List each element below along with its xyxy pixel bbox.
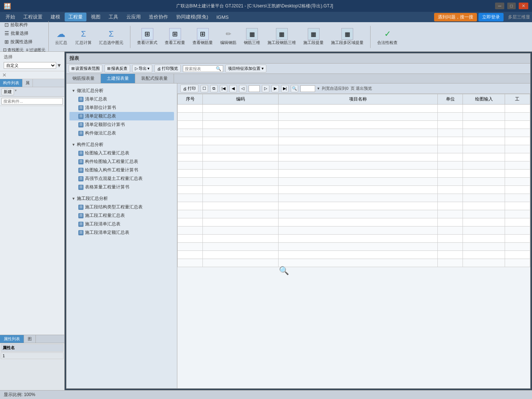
cloud-total-btn[interactable]: ☁ 云汇总 xyxy=(52,27,70,47)
prop-list-tab[interactable]: 属性列表 xyxy=(0,335,24,343)
search-input[interactable] xyxy=(1,98,63,105)
main-toolbar: ⊡ 拾取构件 ☰ 批量选择 ⊞ 按属性选择 ⊡ 查找图元 ≡ 过滤图元 ☁ 云汇… xyxy=(0,22,532,52)
nav-prev2-btn[interactable]: ◁ xyxy=(239,85,246,92)
print-btn[interactable]: 🖨 打印 xyxy=(180,85,198,92)
view-rebar-btn[interactable]: ⊞ 查看钢筋量 xyxy=(190,27,215,47)
nav-copy-icon[interactable]: ⧉ xyxy=(210,85,218,92)
tree-item-3-3[interactable]: 目 施工段清单汇总表 xyxy=(69,220,174,228)
tree-section-header-2[interactable]: ▼ 构件汇总分析 xyxy=(69,140,174,149)
table-row xyxy=(178,129,530,137)
menu-tools[interactable]: 工具 xyxy=(105,13,122,21)
nav-search-btn[interactable]: 🔍 xyxy=(291,85,298,92)
prop-row-num: 1 xyxy=(1,352,64,359)
bottom-properties: 属性列表 图 属性名 1 xyxy=(0,335,64,390)
prop-select-btn[interactable]: ⊞ 按属性选择 xyxy=(3,38,45,46)
tree-item-2-4[interactable]: 目 高强节点混凝土工程量汇总表 xyxy=(69,174,174,183)
zoom-suffix: ▾ xyxy=(317,86,320,91)
tree-item-1-4[interactable]: 目 清单定额部位计算书 xyxy=(69,120,174,129)
component-attr-tab[interactable]: 属 xyxy=(23,79,33,87)
tree-item-1-1[interactable]: 目 清单汇总表 xyxy=(69,95,174,103)
tree-section-1: ▼ 做法汇总分析 目 清单汇总表 目 清单部位计算书 目 清单定额汇总表 xyxy=(66,85,177,139)
new-component-btn[interactable]: 新建 xyxy=(1,88,14,95)
calc-selected-btn[interactable]: Σ 汇总选中图元 xyxy=(97,27,126,47)
new-dropdown-arrow[interactable]: ▾ xyxy=(15,88,17,95)
property-tabs: 属性列表 图 xyxy=(0,335,64,343)
tree-section-header-1[interactable]: ▼ 做法汇总分析 xyxy=(69,86,174,95)
tree-item-icon-1-1: 目 xyxy=(78,97,83,102)
tab-assembled[interactable]: 装配式报表量 xyxy=(135,74,174,83)
maximize-btn[interactable]: □ xyxy=(507,3,516,9)
menu-modeling[interactable]: 建模 xyxy=(47,13,64,21)
print-icon: 🖨 xyxy=(183,86,187,91)
tab-rebar[interactable]: 钢筋报表量 xyxy=(66,74,101,83)
export-btn[interactable]: ▷ 导出 ▾ xyxy=(132,65,152,72)
nav-next-btn[interactable]: ▶ xyxy=(272,85,279,92)
tab-civil[interactable]: 土建报表量 xyxy=(101,74,135,83)
nav-last-btn[interactable]: ▶| xyxy=(281,85,289,92)
seg-qty-btn[interactable]: ▦ 施工段提量 xyxy=(301,27,326,47)
menu-igms[interactable]: IGMS xyxy=(213,13,232,21)
title-text: 广联达BIM土建计量平台 GTJ2021 - [C:\Users\王凯娇\Des… xyxy=(14,3,495,9)
btn-search-problem[interactable]: 遇到问题，搜一搜 xyxy=(434,13,477,21)
nav-first-btn[interactable]: |◀ xyxy=(220,85,227,92)
prop-view-tab[interactable]: 图 xyxy=(24,335,36,343)
edit-rebar-btn[interactable]: ✏ 编辑钢筋 xyxy=(218,27,239,47)
title-bar: 🪟 广联达BIM土建计量平台 GTJ2021 - [C:\Users\王凯娇\D… xyxy=(0,0,532,12)
rebar-3d-btn[interactable]: ▦ 钢筋三维 xyxy=(242,27,262,47)
left-sidebar: 选择 自定义 ▾ ✕ 构件列表 属 新建 ▾ 属性 xyxy=(0,52,65,390)
validity-check-btn[interactable]: ✓ 合法性检查 xyxy=(375,27,400,47)
seg-rebar-3d-btn[interactable]: ▦ 施工段钢筋三维 xyxy=(265,27,298,47)
selection-dropdown-arrow[interactable]: ▾ xyxy=(58,62,61,69)
nav-new-icon[interactable]: ☐ xyxy=(201,85,208,92)
pick-component-btn[interactable]: ⊡ 拾取构件 xyxy=(3,21,45,29)
menu-project-settings[interactable]: 工程设置 xyxy=(20,13,46,21)
table-row xyxy=(178,259,530,267)
set-range-btn[interactable]: ⊞ 设置报表范围 xyxy=(69,65,102,72)
tree-item-3-2[interactable]: 目 施工段工程量汇总表 xyxy=(69,211,174,220)
menu-quantities[interactable]: 工程量 xyxy=(65,13,86,21)
calc-total-btn[interactable]: Σ 汇总计算 xyxy=(73,27,94,47)
tree-item-1-2[interactable]: 目 清单部位计算书 xyxy=(69,103,174,112)
nav-next2-btn[interactable]: ▷ xyxy=(262,85,269,92)
report-search-input[interactable] xyxy=(185,66,214,71)
status-bar: 显示比例: 100% xyxy=(0,390,532,399)
reverse-icon: ⊞ xyxy=(107,66,110,71)
tree-item-1-5[interactable]: 目 构件做法汇总表 xyxy=(69,129,174,137)
report-reverse-btn[interactable]: ⊞ 报表反查 xyxy=(105,65,130,72)
view-calc-btn[interactable]: ⊞ 查看计算式 xyxy=(135,27,160,47)
view-qty-btn[interactable]: ⊞ 查看工程量 xyxy=(163,27,187,47)
menu-start[interactable]: 开始 xyxy=(2,13,19,21)
print-preview-btn[interactable]: 🖨 打印预览 xyxy=(154,65,181,72)
tree-item-2-5[interactable]: 目 表格算量工程量计算书 xyxy=(69,183,174,191)
tree-item-3-4[interactable]: 目 施工段清单定额汇总表 xyxy=(69,228,174,237)
menu-bar: 开始 工程设置 建模 工程量 视图 工具 云应用 造价协作 协同建模(限免) I… xyxy=(0,12,532,22)
col-width-label: 列宽自适应到0 xyxy=(322,86,348,91)
multi-region-btn[interactable]: ▦ 施工段多区域提量 xyxy=(329,27,366,47)
tree-section-header-3[interactable]: ▼ 施工段汇总分析 xyxy=(69,194,174,203)
minimize-btn[interactable]: ─ xyxy=(495,3,504,9)
tree-item-3-1[interactable]: 目 施工段结构类型工程量汇总表 xyxy=(69,203,174,211)
report-search-icon[interactable]: 🔍 xyxy=(216,66,221,71)
menu-collab[interactable]: 协同建模(限免) xyxy=(173,13,212,21)
page-number-input[interactable]: 1 xyxy=(249,85,260,92)
menu-pricing[interactable]: 造价协作 xyxy=(145,13,172,21)
selection-dropdown[interactable]: 自定义 xyxy=(4,62,56,69)
table-row xyxy=(178,226,530,235)
batch-select-btn[interactable]: ☰ 批量选择 xyxy=(3,30,45,37)
zoom-input[interactable]: 100 xyxy=(300,85,315,92)
btn-login[interactable]: 立即登录 xyxy=(478,13,504,21)
feature-add-btn[interactable]: 项目特征添加位置 ▾ xyxy=(225,65,266,72)
close-btn[interactable]: ✕ xyxy=(519,3,528,9)
tree-item-2-2[interactable]: 目 构件绘图输入工程量汇总表 xyxy=(69,157,174,166)
tree-item-1-3[interactable]: 目 清单定额汇总表 xyxy=(69,112,174,120)
table-row xyxy=(178,153,530,161)
tree-item-2-1[interactable]: 目 绘图输入工程量汇总表 xyxy=(69,149,174,157)
component-list-tab[interactable]: 构件列表 xyxy=(0,79,23,87)
nav-prev-btn[interactable]: ◀ xyxy=(229,85,237,92)
menu-view[interactable]: 视图 xyxy=(87,13,104,21)
sidebar-close-btn[interactable]: ✕ xyxy=(1,71,8,79)
tree-item-2-3[interactable]: 目 绘图输入构件工程量计算书 xyxy=(69,166,174,174)
section2-label: 构件汇总分析 xyxy=(77,141,103,148)
menu-cloud[interactable]: 云应用 xyxy=(123,13,144,21)
rebar-3d-icon: ▦ xyxy=(246,28,258,40)
